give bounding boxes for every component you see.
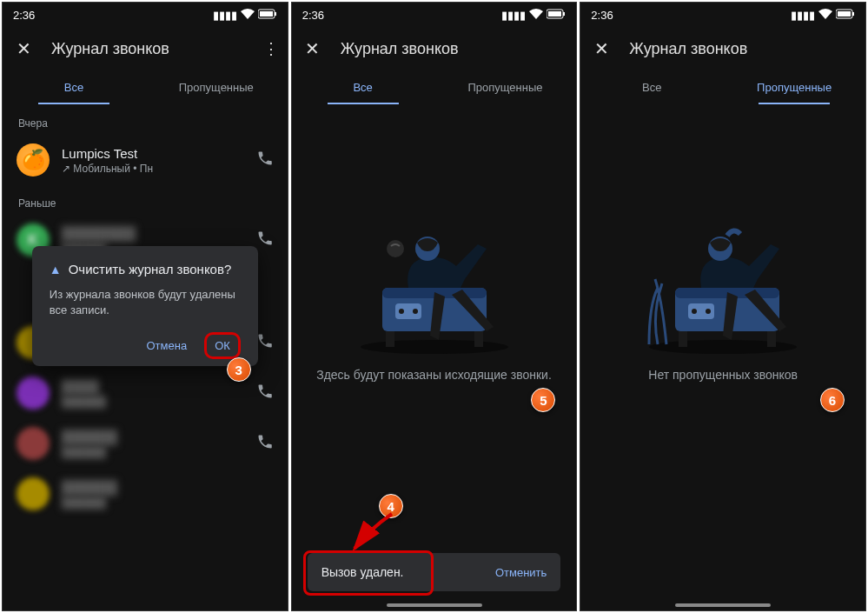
empty-state: Нет пропущенных звонков (580, 105, 865, 384)
phone-1: 2:36 ▮▮▮▮ ✕ Журнал звонков ⋮ Все Пропуще… (2, 2, 288, 611)
svg-point-15 (387, 240, 404, 257)
status-bar: 2:36 ▮▮▮▮ (3, 3, 288, 27)
svg-point-6 (361, 340, 508, 354)
wifi-icon (529, 9, 543, 22)
home-indicator (675, 603, 771, 607)
svg-rect-22 (679, 331, 687, 347)
tabs: Все Пропущенные (292, 70, 577, 105)
step-badge-3: 3 (227, 357, 251, 382)
close-icon[interactable]: ✕ (302, 38, 323, 59)
step-badge-4: 4 (379, 494, 403, 518)
phone-icon[interactable] (256, 150, 274, 171)
svg-rect-1 (260, 11, 273, 17)
phone-icon[interactable] (256, 433, 274, 455)
empty-illustration (636, 201, 810, 357)
step-badge-6: 6 (820, 388, 845, 412)
confirm-dialog: ▲ Очистить журнал звонков? Из журнала зв… (32, 246, 258, 366)
section-earlier: Раньше (3, 185, 288, 215)
status-bar: 2:36 ▮▮▮▮ (292, 3, 577, 27)
page-title: Журнал звонков (341, 40, 567, 58)
empty-text: Нет пропущенных звонков (648, 366, 798, 384)
warning-icon: ▲ (50, 263, 62, 277)
svg-rect-4 (548, 11, 561, 17)
tab-all[interactable]: Все (580, 70, 723, 104)
close-icon[interactable]: ✕ (591, 38, 612, 59)
status-icons: ▮▮▮▮ (501, 9, 566, 22)
battery-icon (836, 9, 855, 22)
ok-button[interactable]: ОК (204, 332, 241, 359)
call-row[interactable]: ████████████ (3, 418, 288, 469)
wifi-icon (818, 9, 832, 22)
tabs: Все Пропущенные (580, 70, 865, 105)
status-time: 2:36 (302, 9, 324, 22)
tab-missed[interactable]: Пропущенные (723, 70, 865, 104)
cancel-button[interactable]: Отмена (136, 332, 197, 359)
snackbar: Вызов удален. Отменить (308, 553, 561, 591)
svg-rect-5 (563, 12, 565, 16)
dialog-actions: Отмена ОК (50, 332, 241, 359)
svg-point-26 (692, 309, 697, 314)
content: Здесь будут показаны исходящие звонки. В… (292, 105, 577, 610)
svg-rect-18 (852, 12, 854, 16)
call-name: Lumpics Test (62, 146, 244, 161)
signal-icon: ▮▮▮▮ (213, 9, 237, 22)
tab-missed[interactable]: Пропущенные (434, 70, 577, 104)
status-time: 2:36 (591, 9, 613, 22)
svg-point-14 (413, 309, 418, 314)
avatar (17, 376, 50, 410)
svg-rect-9 (386, 331, 394, 347)
snackbar-text: Вызов удален. (321, 565, 404, 579)
signal-icon: ▮▮▮▮ (501, 9, 526, 22)
status-time: 2:36 (13, 9, 35, 22)
wifi-icon (241, 9, 255, 22)
empty-illustration (348, 201, 521, 357)
tab-all[interactable]: Все (292, 70, 434, 104)
app-bar: ✕ Журнал звонков ⋮ (3, 27, 288, 70)
empty-state: Здесь будут показаны исходящие звонки. (292, 105, 577, 384)
svg-point-27 (706, 309, 711, 314)
home-indicator (387, 603, 482, 607)
status-bar: 2:36 ▮▮▮▮ (580, 3, 865, 27)
status-icons: ▮▮▮▮ (791, 9, 855, 22)
status-icons: ▮▮▮▮ (213, 9, 277, 22)
avatar (17, 477, 50, 510)
close-icon[interactable]: ✕ (13, 38, 34, 59)
battery-icon (547, 9, 566, 22)
page-title: Журнал звонков (51, 40, 263, 58)
svg-rect-17 (838, 11, 851, 17)
call-row[interactable]: Lumpics Test ↗ Мобильный • Пн (3, 135, 288, 185)
avatar (17, 143, 50, 177)
tab-missed[interactable]: Пропущенные (145, 70, 288, 104)
phone-3: 2:36 ▮▮▮▮ ✕ Журнал звонков Все Пропущенн… (580, 2, 866, 611)
tabs: Все Пропущенные (3, 70, 288, 105)
call-detail: ↗ Мобильный • Пн (62, 163, 244, 175)
content: Нет пропущенных звонков (580, 105, 865, 610)
tab-all[interactable]: Все (3, 70, 145, 104)
avatar (17, 427, 50, 460)
call-row[interactable]: ████████████ (3, 469, 288, 519)
svg-rect-2 (275, 12, 276, 16)
page-title: Журнал звонков (629, 40, 855, 58)
app-bar: ✕ Журнал звонков (292, 27, 577, 70)
phone-icon[interactable] (256, 230, 274, 251)
battery-icon (258, 9, 277, 22)
svg-rect-10 (474, 331, 483, 347)
app-bar: ✕ Журнал звонков (580, 27, 865, 70)
empty-text: Здесь будут показаны исходящие звонки. (316, 366, 552, 384)
svg-point-13 (399, 309, 404, 314)
more-icon[interactable]: ⋮ (263, 39, 277, 58)
phone-2: 2:36 ▮▮▮▮ ✕ Журнал звонков Все Пропущенн… (291, 2, 578, 611)
phone-icon[interactable] (256, 332, 274, 354)
undo-button[interactable]: Отменить (495, 566, 547, 579)
phone-icon[interactable] (256, 383, 274, 404)
section-yesterday: Вчера (3, 105, 288, 135)
signal-icon: ▮▮▮▮ (791, 9, 815, 22)
call-info: Lumpics Test ↗ Мобильный • Пн (62, 146, 244, 175)
svg-rect-23 (767, 331, 776, 347)
dialog-body: Из журнала звонков будут удалены все зап… (50, 287, 241, 318)
dialog-title: ▲ Очистить журнал звонков? (50, 262, 241, 277)
